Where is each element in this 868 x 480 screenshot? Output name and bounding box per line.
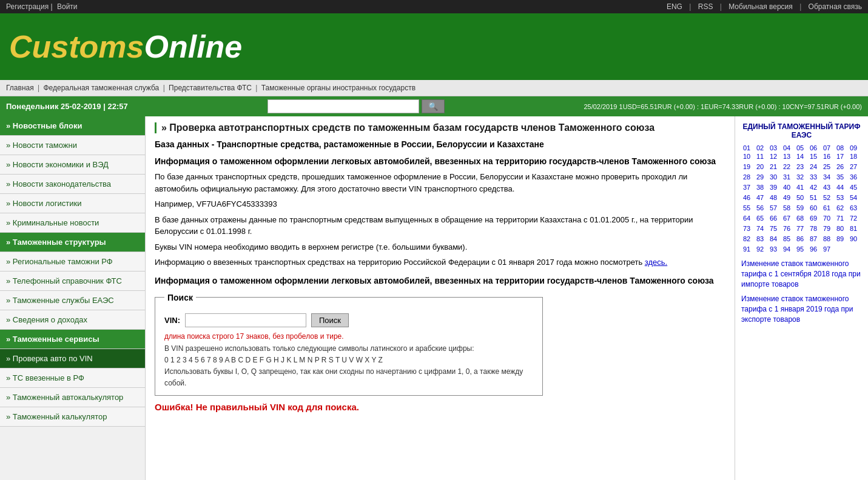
- tariff-number-01[interactable]: 01: [741, 144, 752, 152]
- tariff-number-93[interactable]: 93: [768, 245, 779, 253]
- tariff-number-60[interactable]: 60: [808, 204, 819, 213]
- tariff-number-09[interactable]: 09: [848, 144, 859, 152]
- sidebar-item-auto-calc[interactable]: » Таможенный автокалькулятор: [0, 388, 145, 407]
- tariff-number-35[interactable]: 35: [835, 173, 846, 182]
- tariff-number-39[interactable]: 39: [768, 184, 779, 193]
- sidebar-item-news-logistics[interactable]: » Новости логистики: [0, 194, 145, 213]
- sidebar-item-news-law[interactable]: » Новости законодательства: [0, 175, 145, 194]
- tariff-number-04[interactable]: 04: [781, 144, 792, 152]
- breadcrumb-home[interactable]: Главная: [6, 84, 34, 92]
- tariff-number-23[interactable]: 23: [795, 163, 806, 172]
- tariff-number-25[interactable]: 25: [821, 163, 832, 172]
- tariff-number-95[interactable]: 95: [795, 245, 806, 253]
- tariff-number-59[interactable]: 59: [795, 204, 806, 213]
- tariff-number-51[interactable]: 51: [808, 194, 819, 203]
- tariff-number-16[interactable]: 16: [821, 153, 832, 162]
- tariff-number-76[interactable]: 76: [781, 225, 792, 234]
- tariff-number-54[interactable]: 54: [848, 194, 859, 203]
- tariff-number-02[interactable]: 02: [755, 144, 765, 152]
- tariff-number-73[interactable]: 73: [741, 225, 752, 234]
- tariff-number-68[interactable]: 68: [795, 215, 806, 224]
- tariff-number-38[interactable]: 38: [755, 184, 765, 193]
- tariff-number-66[interactable]: 66: [768, 215, 779, 224]
- tariff-link-1[interactable]: Изменение ставок таможенного тарифа с 1 …: [741, 259, 862, 289]
- tariff-number-24[interactable]: 24: [808, 163, 819, 172]
- tariff-number-15[interactable]: 15: [808, 153, 819, 162]
- tariff-number-21[interactable]: 21: [768, 163, 779, 172]
- eng-link[interactable]: ENG: [667, 2, 682, 11]
- sidebar-item-regional[interactable]: » Региональные таможни РФ: [0, 252, 145, 272]
- tariff-number-19[interactable]: 19: [741, 163, 752, 172]
- tariff-number-88[interactable]: 88: [821, 235, 832, 244]
- tariff-number-13[interactable]: 13: [781, 153, 792, 162]
- tariff-number-20[interactable]: 20: [755, 163, 765, 172]
- sidebar-item-calc[interactable]: » Таможенный калькулятор: [0, 407, 145, 427]
- tariff-number-77[interactable]: 77: [795, 225, 806, 234]
- tariff-number-58[interactable]: 58: [781, 204, 792, 213]
- tariff-number-62[interactable]: 62: [835, 204, 846, 213]
- search-button[interactable]: 🔍: [422, 99, 445, 113]
- tariff-number-07[interactable]: 07: [821, 144, 832, 152]
- tariff-number-46[interactable]: 46: [741, 194, 752, 203]
- sidebar-item-vin-check[interactable]: » Проверка авто по VIN: [0, 349, 145, 368]
- tariff-number-92[interactable]: 92: [755, 245, 765, 253]
- tariff-number-64[interactable]: 64: [741, 215, 752, 224]
- tariff-number-82[interactable]: 82: [741, 235, 752, 244]
- tariff-number-53[interactable]: 53: [835, 194, 846, 203]
- tariff-number-17[interactable]: 17: [835, 153, 846, 162]
- tariff-number-67[interactable]: 67: [781, 215, 792, 224]
- tariff-number-30[interactable]: 30: [768, 173, 779, 182]
- vin-search-button[interactable]: Поиск: [311, 313, 349, 327]
- tariff-number-03[interactable]: 03: [768, 144, 779, 152]
- tariff-number-61[interactable]: 61: [821, 204, 832, 213]
- rss-link[interactable]: RSS: [698, 2, 713, 11]
- tariff-number-26[interactable]: 26: [835, 163, 846, 172]
- tariff-number-31[interactable]: 31: [781, 173, 792, 182]
- vin-input[interactable]: [185, 313, 306, 327]
- tariff-number-47[interactable]: 47: [755, 194, 765, 203]
- register-link[interactable]: Регистрация: [6, 2, 49, 11]
- breadcrumb-fts-reps[interactable]: Представительства ФТС: [169, 84, 252, 92]
- sidebar-item-news-criminal[interactable]: » Криминальные новости: [0, 213, 145, 233]
- tariff-number-52[interactable]: 52: [821, 194, 832, 203]
- login-link[interactable]: Войти: [57, 2, 78, 11]
- tariff-number-28[interactable]: 28: [741, 173, 752, 182]
- tariff-number-49[interactable]: 49: [781, 194, 792, 203]
- tariff-number-84[interactable]: 84: [768, 235, 779, 244]
- tariff-number-08[interactable]: 08: [835, 144, 846, 152]
- here-link[interactable]: здесь.: [645, 258, 667, 267]
- breadcrumb-fts[interactable]: Федеральная таможенная служба: [43, 84, 159, 92]
- tariff-number-56[interactable]: 56: [755, 204, 765, 213]
- tariff-number-85[interactable]: 85: [781, 235, 792, 244]
- tariff-number-80[interactable]: 80: [835, 225, 846, 234]
- sidebar-item-news-economy[interactable]: » Новости экономики и ВЭД: [0, 155, 145, 175]
- tariff-number-50[interactable]: 50: [795, 194, 806, 203]
- tariff-number-86[interactable]: 86: [795, 235, 806, 244]
- tariff-number-40[interactable]: 40: [781, 184, 792, 193]
- tariff-number-18[interactable]: 18: [848, 153, 859, 162]
- tariff-number-48[interactable]: 48: [768, 194, 779, 203]
- tariff-number-65[interactable]: 65: [755, 215, 765, 224]
- tariff-number-05[interactable]: 05: [795, 144, 806, 152]
- tariff-number-22[interactable]: 22: [781, 163, 792, 172]
- tariff-number-11[interactable]: 11: [755, 153, 765, 162]
- tariff-number-33[interactable]: 33: [808, 173, 819, 182]
- tariff-number-10[interactable]: 10: [741, 153, 752, 162]
- tariff-number-43[interactable]: 43: [821, 184, 832, 193]
- mobile-link[interactable]: Мобильная версия: [728, 2, 793, 11]
- tariff-number-37[interactable]: 37: [741, 184, 752, 193]
- tariff-number-63[interactable]: 63: [848, 204, 859, 213]
- tariff-number-81[interactable]: 81: [848, 225, 859, 234]
- sidebar-item-phone[interactable]: » Телефонный справочник ФТС: [0, 272, 145, 291]
- tariff-number-34[interactable]: 34: [821, 173, 832, 182]
- feedback-link[interactable]: Обратная связь: [809, 2, 862, 11]
- sidebar-item-services[interactable]: » Таможенные сервисы: [0, 330, 145, 349]
- tariff-link-2[interactable]: Изменение ставок таможенного тарифа с 1 …: [741, 294, 862, 324]
- tariff-number-72[interactable]: 72: [848, 215, 859, 224]
- tariff-number-70[interactable]: 70: [821, 215, 832, 224]
- tariff-number-96[interactable]: 96: [808, 245, 819, 253]
- tariff-number-45[interactable]: 45: [848, 184, 859, 193]
- tariff-number-69[interactable]: 69: [808, 215, 819, 224]
- sidebar-item-customs-structures[interactable]: » Таможенные структуры: [0, 233, 145, 252]
- tariff-number-97[interactable]: 97: [821, 245, 832, 253]
